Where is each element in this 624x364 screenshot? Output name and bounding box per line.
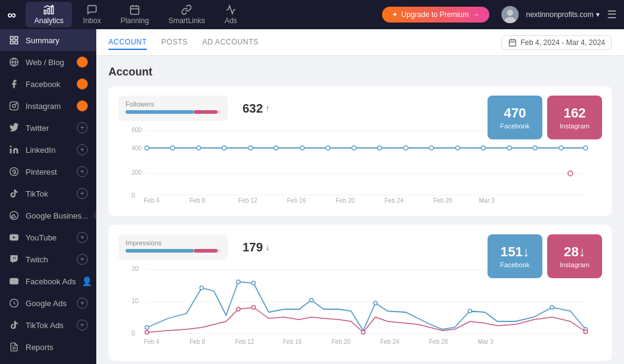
sidebar-item-youtube[interactable]: YouTube + bbox=[0, 226, 96, 248]
svg-text:600: 600 bbox=[132, 127, 142, 133]
sidebar-label-summary: Summary bbox=[26, 36, 60, 45]
sidebar-item-facebook-ads[interactable]: Facebook Ads 👤 bbox=[0, 270, 96, 292]
reports-icon bbox=[9, 341, 20, 352]
sidebar-item-reports[interactable]: Reports bbox=[0, 336, 96, 358]
sidebar-label-google-ads: Google Ads bbox=[26, 299, 66, 308]
svg-rect-3 bbox=[130, 6, 139, 15]
sidebar-item-google-business[interactable]: Google Busines... + bbox=[0, 205, 96, 226]
tiktok-badge: + bbox=[77, 188, 88, 199]
svg-rect-24 bbox=[509, 40, 516, 46]
svg-point-70 bbox=[200, 286, 204, 290]
svg-point-76 bbox=[550, 306, 554, 309]
sidebar-label-instagram: Instagram bbox=[26, 102, 61, 111]
svg-point-78 bbox=[145, 331, 149, 334]
sidebar-label-tiktok-ads: TikTok Ads bbox=[26, 321, 63, 330]
app-logo: ∞ bbox=[7, 8, 16, 22]
account-name[interactable]: nextinnonprofits.com ▾ bbox=[526, 10, 600, 19]
tab-account[interactable]: ACCOUNT bbox=[108, 35, 147, 50]
sidebar-item-twitter[interactable]: Twitter + bbox=[0, 117, 96, 139]
tab-posts[interactable]: POSTS bbox=[161, 35, 188, 50]
sidebar-item-twitch[interactable]: Twitch + bbox=[0, 248, 96, 270]
sidebar-label-linkedin: LinkedIn bbox=[26, 145, 55, 155]
svg-point-47 bbox=[430, 146, 434, 150]
svg-point-71 bbox=[236, 280, 240, 284]
web-icon bbox=[9, 57, 20, 68]
nav-smartlinks[interactable]: SmartLinks bbox=[160, 2, 213, 27]
sub-navigation: ACCOUNT POSTS AD ACCOUNTS Feb 4, 2024 - … bbox=[96, 29, 624, 56]
sidebar-item-google-ads[interactable]: Google Ads + bbox=[0, 292, 96, 314]
svg-text:0: 0 bbox=[132, 330, 135, 337]
svg-point-8 bbox=[507, 10, 513, 16]
sidebar-label-facebook-ads: Facebook Ads bbox=[26, 277, 76, 286]
sidebar-label-pinterest: Pinterest bbox=[26, 167, 57, 177]
date-range-picker[interactable]: Feb 4, 2024 - Mar 4, 2024 bbox=[502, 35, 612, 50]
upgrade-button[interactable]: ✦ Upgrade to Premium → bbox=[382, 7, 490, 23]
nav-inbox[interactable]: Inbox bbox=[74, 2, 109, 27]
svg-rect-12 bbox=[10, 41, 13, 44]
svg-rect-13 bbox=[15, 41, 18, 44]
svg-rect-10 bbox=[10, 37, 13, 40]
sidebar-item-linkedin[interactable]: LinkedIn + bbox=[0, 139, 96, 161]
svg-point-80 bbox=[252, 306, 255, 309]
sidebar-item-pinterest[interactable]: Pinterest + bbox=[0, 161, 96, 183]
page-content: Account Followers 632 ↑ bbox=[96, 56, 624, 364]
svg-point-79 bbox=[236, 307, 240, 311]
svg-text:Feb 20: Feb 20 bbox=[332, 338, 351, 345]
followers-facebook-stat: 470 Facebook bbox=[488, 96, 542, 139]
svg-rect-11 bbox=[15, 37, 18, 40]
sidebar-item-instagram[interactable]: Instagram bbox=[0, 95, 96, 117]
svg-point-46 bbox=[404, 146, 408, 150]
sidebar-item-tiktok[interactable]: TikTok + bbox=[0, 183, 96, 205]
svg-point-40 bbox=[249, 146, 253, 150]
svg-text:10: 10 bbox=[132, 298, 139, 304]
sidebar-item-facebook[interactable]: Facebook bbox=[0, 73, 96, 95]
impressions-label: Impressions bbox=[126, 239, 221, 247]
svg-point-36 bbox=[145, 146, 149, 150]
tab-ad-accounts[interactable]: AD ACCOUNTS bbox=[202, 35, 258, 50]
nav-analytics[interactable]: Analytics bbox=[26, 2, 72, 27]
svg-point-17 bbox=[12, 104, 15, 107]
instagram-badge bbox=[77, 100, 88, 111]
section-title: Account bbox=[108, 66, 612, 79]
instagram-icon bbox=[9, 100, 20, 111]
sidebar-item-web-blog[interactable]: Web / Blog bbox=[0, 51, 96, 73]
tiktok-ads-badge: + bbox=[77, 320, 88, 331]
linkedin-badge: + bbox=[77, 144, 88, 155]
twitch-badge: + bbox=[77, 254, 88, 265]
impressions-card: Impressions 179 ↓ 151↓ Facebook bbox=[108, 225, 612, 361]
impressions-instagram-stat: 28↓ Instagram bbox=[547, 234, 602, 278]
svg-text:20: 20 bbox=[132, 265, 139, 272]
svg-point-53 bbox=[584, 146, 588, 150]
svg-point-43 bbox=[326, 146, 330, 150]
followers-stat-boxes: 470 Facebook 162 Instagram bbox=[488, 96, 602, 139]
facebook-ads-icon bbox=[9, 276, 20, 287]
twitter-badge: + bbox=[77, 122, 88, 133]
top-navigation: ∞ Analytics Inbox Planning SmartLinks Ad… bbox=[0, 0, 624, 29]
hamburger-menu[interactable]: ☰ bbox=[607, 8, 617, 21]
svg-point-49 bbox=[481, 146, 486, 150]
svg-point-69 bbox=[145, 326, 149, 329]
svg-point-42 bbox=[300, 146, 305, 150]
nav-planning[interactable]: Planning bbox=[112, 2, 158, 27]
impressions-arrow: ↓ bbox=[265, 242, 269, 252]
svg-rect-2 bbox=[52, 7, 54, 14]
svg-text:Feb 16: Feb 16 bbox=[287, 197, 307, 204]
svg-point-73 bbox=[310, 298, 313, 302]
followers-metric-box: Followers bbox=[118, 96, 228, 121]
impressions-metric-box: Impressions bbox=[118, 234, 228, 260]
svg-point-37 bbox=[171, 146, 175, 150]
facebook-icon bbox=[9, 79, 20, 89]
date-range-text: Feb 4, 2024 - Mar 4, 2024 bbox=[520, 38, 605, 47]
google-business-icon bbox=[9, 210, 20, 221]
followers-arrow: ↑ bbox=[265, 103, 269, 113]
sidebar-label-twitch: Twitch bbox=[26, 255, 48, 264]
sidebar-label-reports: Reports bbox=[26, 343, 54, 352]
sidebar-label-twitter: Twitter bbox=[26, 124, 49, 133]
svg-point-54 bbox=[568, 171, 573, 176]
impressions-bar bbox=[126, 249, 221, 253]
nav-ads[interactable]: Ads bbox=[216, 2, 246, 27]
impressions-value: 179 ↓ bbox=[243, 240, 269, 254]
sidebar-item-tiktok-ads[interactable]: TikTok Ads + bbox=[0, 314, 96, 336]
svg-text:Feb 12: Feb 12 bbox=[238, 197, 258, 204]
sidebar-item-summary[interactable]: Summary bbox=[0, 29, 96, 51]
